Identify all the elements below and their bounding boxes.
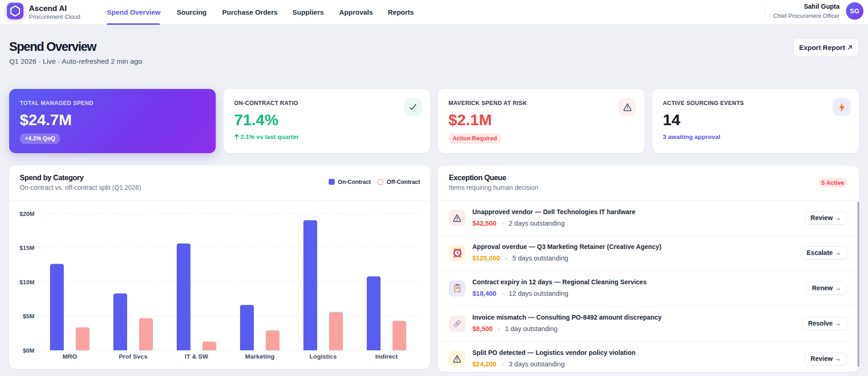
svg-text:$10M: $10M [19,279,34,286]
svg-text:$5M: $5M [23,313,34,320]
svg-text:Prof Svcs: Prof Svcs [119,353,147,360]
svg-text:IT & SW: IT & SW [185,353,208,360]
svg-text:$15M: $15M [19,244,34,251]
svg-text:Logistics: Logistics [309,353,336,360]
svg-text:$0M: $0M [23,347,34,354]
svg-text:Indirect: Indirect [375,353,398,360]
svg-text:MRO: MRO [62,353,77,360]
svg-text:Marketing: Marketing [245,353,274,360]
svg-text:$20M: $20M [19,210,34,217]
